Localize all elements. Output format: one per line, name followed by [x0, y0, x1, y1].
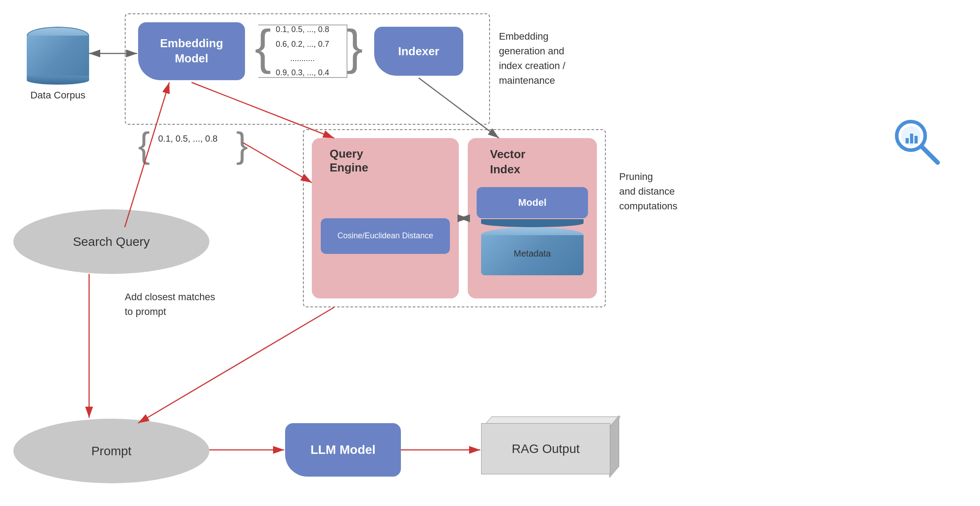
small-vector-text: 0.1, 0.5, ..., 0.8 [158, 134, 217, 144]
cylinder-body [27, 36, 89, 80]
add-matches-label: Add closest matchesto prompt [125, 290, 215, 319]
pruning-label: Pruningand distancecomputations [619, 169, 678, 213]
search-icon [891, 116, 944, 171]
cylinder-bottom [27, 76, 89, 85]
search-query-label: Search Query [73, 235, 150, 249]
embedding-generation-label: Embeddinggeneration andindex creation /m… [499, 29, 565, 88]
brace-right-top: } [347, 24, 363, 69]
metadata-cyl-bottom [481, 219, 584, 227]
indexer-box: Indexer [374, 27, 463, 76]
model-label: Model [518, 197, 547, 208]
indexer-label: Indexer [398, 45, 440, 58]
brace-left-small: { [138, 129, 150, 161]
data-corpus-node: Data Corpus [27, 27, 89, 85]
svg-rect-4 [915, 136, 918, 143]
llm-model-label: LLM Model [310, 443, 376, 457]
metadata-label: Metadata [481, 249, 584, 259]
rag-output-side-face [609, 415, 619, 478]
svg-line-12 [243, 143, 312, 183]
model-box: Model [477, 187, 588, 218]
query-engine-label: QueryEngine [330, 147, 368, 175]
rag-diagram: Data Corpus EmbeddingModel { 0.1, 0.5, .… [0, 0, 980, 506]
rag-output-label: RAG Output [481, 423, 610, 474]
prompt-ellipse: Prompt [13, 419, 209, 483]
vector-index-label: VectorIndex [490, 147, 526, 177]
prompt-label: Prompt [91, 444, 131, 458]
svg-rect-3 [910, 134, 913, 143]
vector-numbers-top: 0.1, 0.5, ..., 0.8 0.6, 0.2, ..., 0.7 ..… [258, 24, 347, 78]
svg-line-18 [138, 307, 334, 423]
vector-numbers-text: 0.1, 0.5, ..., 0.8 0.6, 0.2, ..., 0.7 ..… [276, 22, 329, 80]
svg-rect-2 [906, 138, 909, 143]
svg-line-5 [922, 147, 938, 163]
data-corpus-label: Data Corpus [27, 89, 89, 102]
brace-right-small: } [236, 129, 248, 161]
search-query-ellipse: Search Query [13, 209, 209, 274]
cosine-distance-label: Cosine/Euclidean Distance [337, 230, 433, 241]
llm-model-box: LLM Model [285, 423, 401, 477]
embedding-model-label: EmbeddingModel [160, 36, 223, 66]
embedding-model-box: EmbeddingModel [138, 22, 245, 80]
cosine-distance-box: Cosine/Euclidean Distance [321, 218, 450, 254]
